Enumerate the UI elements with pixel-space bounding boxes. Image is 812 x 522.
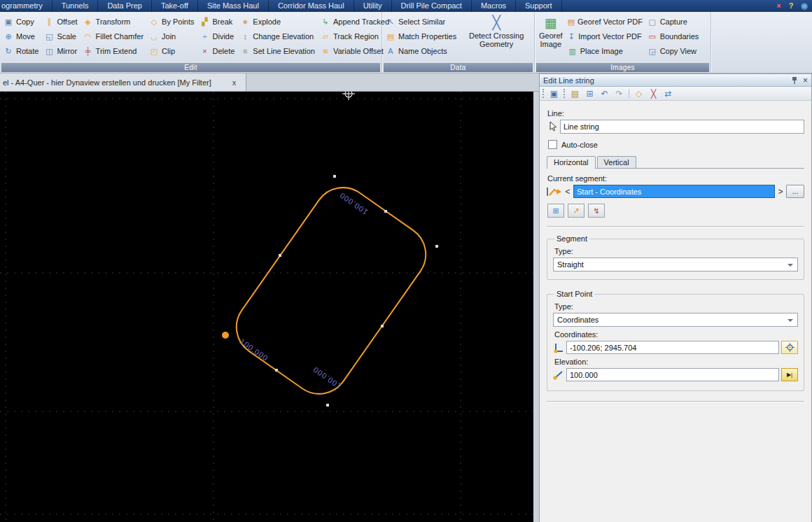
current-segment-input[interactable] bbox=[573, 185, 775, 198]
ribbon-button-change-elevation[interactable]: ↕Change Elevation bbox=[238, 29, 318, 43]
notifications-icon[interactable]: ◉ bbox=[801, 0, 808, 12]
ribbon-button-fillet-chamfer[interactable]: ◠Fillet Chamfer bbox=[81, 29, 147, 43]
line-name-input[interactable] bbox=[560, 120, 804, 134]
ribbon-button-divide[interactable]: ÷Divide bbox=[198, 29, 239, 43]
close-icon[interactable]: × bbox=[776, 0, 780, 12]
panel-tool-icon-6[interactable]: ◇ bbox=[634, 87, 644, 100]
scale-icon: ◱ bbox=[44, 31, 54, 41]
ribbon: ▣Copy ⊕Move ↻Rotate ∥Offset ◱Scale ◫Mirr… bbox=[0, 12, 812, 73]
ribbon-button-detect-crossing-geometry[interactable]: ╳ Detect Crossing Geometry bbox=[466, 14, 526, 62]
menu-tab-support[interactable]: Support bbox=[516, 0, 562, 12]
menu-tab-take-off[interactable]: Take-off bbox=[152, 0, 198, 12]
ribbon-button-select-similar[interactable]: ↖Select Similar bbox=[384, 14, 466, 29]
ribbon-button-explode[interactable]: ∗Explode bbox=[238, 14, 318, 29]
toolbar-grip[interactable] bbox=[542, 89, 545, 98]
segment-options-button[interactable]: ... bbox=[786, 185, 804, 198]
copy-view-icon: ◲ bbox=[648, 46, 657, 56]
menu-tab-macros[interactable]: Macros bbox=[472, 0, 516, 12]
document-tab[interactable]: el - A4-Quer - hier Dynaview erstellen u… bbox=[0, 73, 246, 91]
panel-close-icon[interactable]: × bbox=[803, 76, 808, 85]
ribbon-column: ∗Explode ↕Change Elevation ≡Set Line Ele… bbox=[238, 14, 318, 62]
panel-tool-icon-3[interactable]: ⊞ bbox=[584, 87, 595, 100]
ribbon-button-georef-image[interactable]: ▦ Georef Image bbox=[536, 14, 566, 62]
next-elevation-button[interactable]: ▶| bbox=[781, 368, 798, 381]
ribbon-button-import-vector-pdf[interactable]: ↧Import Vector PDF bbox=[566, 29, 645, 43]
start-point-group: Start Point Type: Coordinates Coordinate… bbox=[547, 290, 804, 391]
ribbon-button-label: Place Image bbox=[580, 47, 623, 55]
panel-tool-icon-1[interactable]: ▣ bbox=[549, 87, 559, 100]
menu-tab-utility[interactable]: Utility bbox=[354, 0, 392, 12]
ribbon-button-place-image[interactable]: ▥Place Image bbox=[566, 43, 645, 58]
ribbon-button-join[interactable]: ◡Join bbox=[147, 29, 197, 43]
document-tab-close-icon[interactable]: x bbox=[230, 78, 239, 87]
drawing-viewport[interactable]: 100.000 100.000 100.000 bbox=[0, 92, 533, 522]
segment-navigator: < > ... bbox=[547, 185, 804, 198]
ribbon-button-mirror[interactable]: ◫Mirror bbox=[42, 43, 80, 58]
ribbon-button-label: Track Region bbox=[333, 32, 379, 41]
elevation-input[interactable] bbox=[566, 368, 779, 381]
previous-segment-button[interactable]: < bbox=[564, 187, 571, 197]
ribbon-column: ◇By Points ◡Join ◰Clip bbox=[147, 14, 197, 62]
ribbon-button-name-objects[interactable]: AName Objects bbox=[384, 43, 466, 58]
ribbon-column: ↖Select Similar ▤Match Properties AName … bbox=[384, 14, 466, 62]
panel-tool-icon-2[interactable]: ▤ bbox=[570, 87, 580, 100]
tab-vertical[interactable]: Vertical bbox=[597, 156, 636, 168]
ribbon-button-offset[interactable]: ∥Offset bbox=[42, 14, 80, 29]
delete-segment-button[interactable]: ↯ bbox=[588, 204, 605, 218]
ribbon-button-capture[interactable]: ▢Capture bbox=[645, 14, 703, 29]
ribbon-group-images: ▦ Georef Image ▤Georef Vector PDF ↧Impor… bbox=[535, 12, 711, 73]
menu-tab-corridor-mass-haul[interactable]: Corridor Mass Haul bbox=[269, 0, 354, 12]
toolbar-grip[interactable] bbox=[564, 89, 566, 98]
ribbon-button-copy[interactable]: ▣Copy bbox=[1, 14, 42, 29]
drawing-svg bbox=[0, 92, 533, 522]
help-icon[interactable]: ? bbox=[789, 0, 794, 12]
document-tab-title: el - A4-Quer - hier Dynaview erstellen u… bbox=[3, 78, 211, 87]
ribbon-button-rotate[interactable]: ↻Rotate bbox=[1, 43, 42, 58]
coordinates-input[interactable] bbox=[566, 341, 779, 354]
auto-close-checkbox[interactable] bbox=[548, 140, 557, 149]
horizontal-tab-page: Current segment: < > ... ⊞ bbox=[547, 168, 804, 402]
tab-horizontal[interactable]: Horizontal bbox=[547, 156, 596, 169]
menu-tab-site-mass-haul[interactable]: Site Mass Haul bbox=[198, 0, 269, 12]
ribbon-column: ▣Copy ⊕Move ↻Rotate bbox=[1, 14, 42, 62]
coordinates-label: Coordinates: bbox=[554, 330, 798, 339]
ribbon-button-set-line-elevation[interactable]: ≡Set Line Elevation bbox=[238, 43, 318, 58]
panel-tool-icon-7[interactable]: ╳ bbox=[648, 87, 659, 100]
next-segment-button[interactable]: > bbox=[777, 187, 784, 197]
ribbon-button-delete[interactable]: ×Delete bbox=[198, 43, 239, 58]
start-point-vertex[interactable] bbox=[222, 332, 229, 339]
ribbon-button-clip[interactable]: ◰Clip bbox=[147, 43, 197, 58]
ribbon-button-copy-view[interactable]: ◲Copy View bbox=[645, 43, 703, 58]
start-point-type-value: Coordinates bbox=[557, 316, 598, 324]
ribbon-group-caption-data: Data bbox=[384, 63, 533, 72]
segment-type-select[interactable]: Straight bbox=[553, 258, 798, 271]
ribbon-button-break[interactable]: ▞Break bbox=[198, 14, 239, 29]
ribbon-button-trim-extend[interactable]: ╪Trim Extend bbox=[81, 43, 147, 58]
ribbon-button-georef-vector-pdf[interactable]: ▤Georef Vector PDF bbox=[566, 14, 645, 29]
pick-coordinates-button[interactable] bbox=[781, 341, 798, 354]
menu-tab-data-prep[interactable]: Data Prep bbox=[98, 0, 152, 12]
append-segment-button[interactable]: ↗ bbox=[568, 204, 584, 218]
current-segment-label: Current segment: bbox=[547, 174, 804, 183]
ribbon-button-label: Georef bbox=[539, 31, 563, 40]
insert-segment-button[interactable]: ⊞ bbox=[547, 204, 564, 218]
pin-icon[interactable] bbox=[791, 76, 798, 85]
panel-tool-icon-5[interactable]: ↷ bbox=[614, 87, 624, 100]
menu-tab-drill-pile-compact[interactable]: Drill Pile Compact bbox=[392, 0, 472, 12]
line-string-shape[interactable] bbox=[225, 176, 437, 406]
ribbon-column: ∥Offset ◱Scale ◫Mirror bbox=[42, 14, 80, 62]
ribbon-button-boundaries[interactable]: ▭Boundaries bbox=[645, 29, 703, 43]
ribbon-button-transform[interactable]: ◈Transform bbox=[81, 14, 147, 29]
menu-tab-tunnels[interactable]: Tunnels bbox=[52, 0, 99, 12]
ribbon-button-move[interactable]: ⊕Move bbox=[1, 29, 42, 43]
trim-extend-icon: ╪ bbox=[83, 46, 93, 56]
ribbon-button-label: Change Elevation bbox=[253, 32, 314, 41]
start-point-type-select[interactable]: Coordinates bbox=[553, 313, 798, 327]
ribbon-column: ▢Capture ▭Boundaries ◲Copy View bbox=[645, 14, 703, 62]
menu-tab-photogrammetry[interactable]: ogrammetry bbox=[0, 0, 52, 12]
ribbon-button-scale[interactable]: ◱Scale bbox=[42, 29, 80, 43]
panel-tool-icon-4[interactable]: ↶ bbox=[599, 87, 610, 100]
panel-tool-icon-8[interactable]: ⇄ bbox=[663, 87, 673, 100]
ribbon-button-by-points[interactable]: ◇By Points bbox=[147, 14, 197, 29]
ribbon-button-match-properties[interactable]: ▤Match Properties bbox=[384, 29, 466, 43]
